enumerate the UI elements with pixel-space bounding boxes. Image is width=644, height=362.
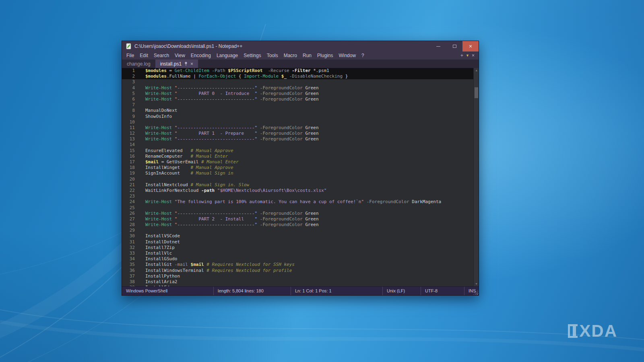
line-number: 2	[122, 74, 140, 79]
code-text: Write-Host "----------------------------…	[140, 222, 319, 228]
code-line[interactable]: 9ShowOsInfo	[122, 114, 473, 119]
code-text: Write-Host "----------------------------…	[140, 136, 319, 142]
line-number: 38	[122, 279, 140, 285]
code-line[interactable]: 28Write-Host "--------------------------…	[122, 222, 473, 228]
code-line[interactable]: 26Write-Host "--------------------------…	[122, 211, 473, 216]
code-line[interactable]: 4Write-Host "---------------------------…	[122, 85, 473, 91]
menu-item-view[interactable]: View	[172, 51, 188, 60]
menu-bar: FileEditSearchViewEncodingLanguageSettin…	[122, 51, 479, 60]
code-line[interactable]: 22WaitLinkForNextcloud -path "$HOME\Next…	[122, 188, 473, 193]
code-line[interactable]: 11Write-Host "--------------------------…	[122, 125, 473, 131]
menu-item-settings[interactable]: Settings	[241, 51, 264, 60]
code-line[interactable]: 27Write-Host " PART 2 - Install " -Foreg…	[122, 216, 473, 222]
menu-item-macro[interactable]: Macro	[281, 51, 300, 60]
code-line[interactable]: 3	[122, 79, 473, 85]
scroll-down-icon[interactable]: ▼	[474, 282, 479, 286]
line-number: 35	[122, 262, 140, 267]
code-text: $modules = Get-ChildItem -Path $PSScript…	[140, 68, 329, 74]
line-number: 27	[122, 216, 140, 222]
menu-bar-items: FileEditSearchViewEncodingLanguageSettin…	[122, 51, 367, 60]
code-text: InstallVlc	[140, 251, 172, 256]
code-line[interactable]: 36InstallWindowsTerminal # Requires Next…	[122, 268, 473, 274]
code-line[interactable]: 29	[122, 228, 473, 233]
status-eol-format[interactable]: Unix (LF)	[383, 287, 421, 295]
code-line[interactable]: 24Write-Host "The following part is 100%…	[122, 199, 473, 205]
menu-item-language[interactable]: Language	[214, 51, 241, 60]
code-text: ShowOsInfo	[140, 114, 172, 119]
scrollbar-thumb[interactable]	[475, 87, 478, 98]
close-button[interactable]: ×	[462, 41, 479, 51]
code-text: Write-Host "----------------------------…	[140, 85, 319, 91]
line-number: 23	[122, 193, 140, 199]
line-number: 4	[122, 85, 140, 91]
menu-item-edit[interactable]: Edit	[137, 51, 151, 60]
code-text	[140, 142, 145, 148]
tab-install-ps1[interactable]: install.ps1 ×	[155, 60, 198, 68]
menu-item-window[interactable]: Window	[336, 51, 359, 60]
code-line[interactable]: 16RenameComputer # Manual Enter	[122, 154, 473, 159]
pin-icon[interactable]	[184, 62, 188, 66]
code-line[interactable]: 30InstallVSCode	[122, 233, 473, 239]
line-number: 13	[122, 136, 140, 142]
code-line[interactable]: 5Write-Host " PART 0 - Introduce " -Fore…	[122, 91, 473, 97]
vertical-scrollbar[interactable]: ▲ ▼	[473, 68, 479, 286]
code-line[interactable]: 6Write-Host "---------------------------…	[122, 97, 473, 102]
code-line[interactable]: 8ManualDoNext	[122, 108, 473, 113]
close-document-button[interactable]: ×	[472, 51, 475, 60]
code-text: Write-Host " PART 0 - Introduce " -Foreg…	[140, 91, 319, 97]
xda-logo-text: XDA	[579, 323, 617, 339]
code-line[interactable]: 12Write-Host " PART 1 - Prepare " -Foreg…	[122, 131, 473, 136]
code-line[interactable]: 38InstallAria2	[122, 279, 473, 285]
code-text: RenameComputer # Manual Enter	[140, 154, 228, 159]
menu-item-encoding[interactable]: Encoding	[188, 51, 214, 60]
code-line[interactable]: 35InstallGit -mail $mail # Requires Next…	[122, 262, 473, 267]
code-line[interactable]: 34InstallGSudo	[122, 256, 473, 262]
line-number: 9	[122, 114, 140, 119]
menu-item-[interactable]: ?	[359, 51, 367, 60]
code-line[interactable]: 19SignInAccount # Manual Sign in	[122, 171, 473, 176]
desktop-wallpaper: C:\Users\joaoc\Downloads\install.ps1 - N…	[0, 0, 644, 362]
title-bar[interactable]: C:\Users\joaoc\Downloads\install.ps1 - N…	[122, 41, 479, 51]
code-line[interactable]: 32Install7Zip	[122, 245, 473, 251]
code-text	[140, 193, 145, 199]
line-number: 31	[122, 239, 140, 245]
code-line[interactable]: 20	[122, 177, 473, 182]
code-line[interactable]: 31InstallDotnet	[122, 239, 473, 245]
code-line[interactable]: 1$modules = Get-ChildItem -Path $PSScrip…	[122, 68, 473, 74]
status-length-lines: length: 5,804 lines: 180	[214, 287, 291, 295]
code-line[interactable]: 25	[122, 205, 473, 211]
code-text: InstallPython	[140, 274, 180, 279]
code-line[interactable]: 18InstallWinget # Manual Approve	[122, 165, 473, 171]
code-line[interactable]: 37InstallPython	[122, 274, 473, 279]
status-doc-type: Windows PowerShell	[122, 287, 214, 295]
tab-change-log[interactable]: change.log	[122, 60, 155, 68]
code-line[interactable]: 15EnsureElevated # Manual Approve	[122, 148, 473, 154]
menu-item-search[interactable]: Search	[151, 51, 172, 60]
code-line[interactable]: 14	[122, 142, 473, 148]
status-encoding[interactable]: UTF-8	[421, 287, 464, 295]
code-line[interactable]: 17$mail = GetUserEmail # Manual Enter	[122, 159, 473, 165]
code-line[interactable]: 13Write-Host "--------------------------…	[122, 136, 473, 142]
scroll-up-icon[interactable]: ▲	[474, 68, 479, 72]
code-line[interactable]: 2$modules.FullName | ForEach-Object { Im…	[122, 74, 473, 79]
editor[interactable]: 1$modules = Get-ChildItem -Path $PSScrip…	[122, 68, 479, 286]
maximize-button[interactable]	[446, 41, 462, 51]
line-number: 8	[122, 108, 140, 113]
line-number: 11	[122, 125, 140, 131]
code-line[interactable]: 21InstallNextcloud # Manual Sign in. Slo…	[122, 182, 473, 188]
code-line[interactable]: 10	[122, 119, 473, 125]
line-number: 28	[122, 222, 140, 228]
tab-list-dropdown-icon[interactable]: ▼	[466, 51, 469, 60]
menu-item-run[interactable]: Run	[300, 51, 314, 60]
code-line[interactable]: 23	[122, 193, 473, 199]
xda-bar-icon	[573, 324, 576, 338]
code-line[interactable]: 7	[122, 102, 473, 108]
new-tab-button[interactable]: +	[460, 51, 463, 60]
menu-item-tools[interactable]: Tools	[264, 51, 281, 60]
menu-item-plugins[interactable]: Plugins	[314, 51, 336, 60]
menu-item-file[interactable]: File	[124, 51, 137, 60]
code-text: Write-Host "----------------------------…	[140, 211, 319, 216]
code-line[interactable]: 33InstallVlc	[122, 251, 473, 256]
minimize-button[interactable]	[430, 41, 446, 51]
tab-close-icon[interactable]: ×	[190, 62, 193, 66]
